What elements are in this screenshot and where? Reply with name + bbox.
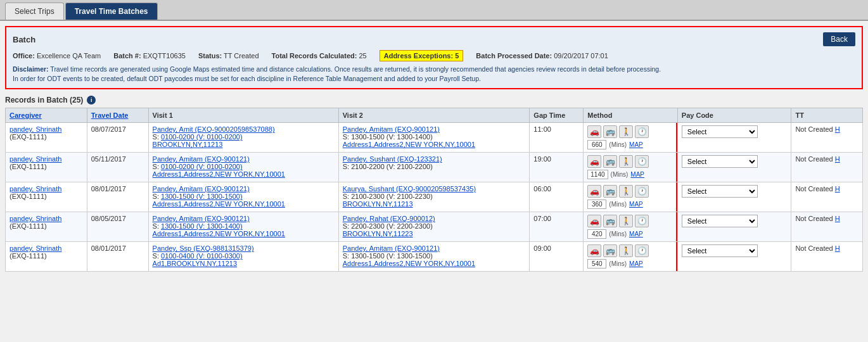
travel-date-cell: 08/01/2017 (87, 182, 148, 212)
walk-icon[interactable]: 🚶 (619, 125, 633, 138)
visit2-addr-link[interactable]: Address1,Address2,NEW YORK,NY,10001 (343, 260, 475, 267)
car-icon[interactable]: 🚗 (587, 185, 601, 198)
back-button[interactable]: Back (823, 32, 855, 46)
h-link[interactable]: H (835, 215, 840, 222)
visit2-cell: Pandey, Sushant (EXQ-123321)S: 2100-2200… (338, 153, 530, 182)
caregiver-cell: pandey, Shrinath(EXQ-1111) (6, 212, 87, 242)
col-pay-code: Pay Code (677, 108, 791, 123)
pay-code-cell: Select (677, 212, 791, 242)
map-link[interactable]: MAP (629, 201, 643, 208)
mins-box: 540 (587, 259, 606, 269)
visit2-link[interactable]: Kaurya, Sushant (EXQ-900020598537435) (343, 185, 476, 193)
batch-panel: Batch Back Office: Excellence QA Team Ba… (5, 26, 863, 89)
pay-code-cell: Select (677, 123, 791, 153)
clock-icon[interactable]: 🕐 (635, 155, 649, 168)
walk-icon[interactable]: 🚶 (619, 215, 633, 227)
h-link[interactable]: H (835, 244, 840, 252)
method-cell: 🚗 🚌 🚶 🕐 360 (Mins) MAP (584, 182, 678, 212)
visit1-cell: Pandey, Amitam (EXQ-900121)S: 0100-0200 … (148, 153, 338, 182)
car-icon[interactable]: 🚗 (587, 244, 601, 257)
bus-icon[interactable]: 🚌 (603, 244, 617, 257)
table-row: pandey, Shrinath(EXQ-1111)08/01/2017Pand… (6, 242, 863, 272)
visit1-addr-link[interactable]: Address1,Address2,NEW YORK,NY,10001 (153, 170, 285, 178)
visit1-addr-link[interactable]: Ad1,BROOKLYN,NY,11213 (153, 260, 238, 267)
map-link[interactable]: MAP (629, 141, 643, 148)
office-field: Office: Excellence QA Team (13, 52, 101, 60)
bus-icon[interactable]: 🚌 (603, 185, 617, 198)
caregiver-link[interactable]: pandey, Shrinath (10, 185, 61, 193)
visit2-addr-link[interactable]: BROOKLYN,NY,11223 (343, 230, 413, 238)
clock-icon[interactable]: 🕐 (635, 185, 649, 198)
tt-cell: Not Created H (791, 242, 863, 272)
bus-icon[interactable]: 🚌 (603, 125, 617, 138)
bus-icon[interactable]: 🚌 (603, 215, 617, 227)
visit2-addr-link[interactable]: BROOKLYN,NY,11213 (343, 200, 413, 208)
col-caregiver[interactable]: Caregiver (6, 108, 87, 123)
caregiver-id: (EXQ-1111) (10, 252, 47, 260)
clock-icon[interactable]: 🕐 (635, 215, 649, 227)
map-link[interactable]: MAP (629, 260, 643, 267)
caregiver-link[interactable]: pandey, Shrinath (10, 215, 61, 222)
tt-status: Not Created (795, 244, 833, 252)
disclaimer: Disclaimer: Travel time records are gene… (13, 65, 855, 83)
method-cell: 🚗 🚌 🚶 🕐 420 (Mins) MAP (584, 212, 678, 242)
pay-code-select[interactable]: Select (682, 155, 758, 168)
map-link[interactable]: MAP (630, 171, 644, 178)
h-link[interactable]: H (835, 155, 840, 163)
visit2-cell: Pandey, Amitam (EXQ-900121)S: 1300-1500 … (338, 242, 530, 272)
tt-status: Not Created (795, 155, 833, 163)
visit1-cell: Pandey, Amitam (EXQ-900121)S: 1300-1500 … (148, 182, 338, 212)
pay-code-select[interactable]: Select (682, 185, 758, 198)
visit1-link[interactable]: Pandey, Amitam (EXQ-900121) (153, 185, 250, 193)
caregiver-link[interactable]: pandey, Shrinath (10, 125, 61, 133)
visit1-link[interactable]: Pandey, Amitam (EXQ-900121) (153, 155, 250, 163)
visit2-link[interactable]: Pandey, Sushant (EXQ-123321) (343, 155, 442, 163)
h-link[interactable]: H (835, 125, 840, 133)
col-travel-date[interactable]: Travel Date (87, 108, 148, 123)
caregiver-link[interactable]: pandey, Shrinath (10, 244, 61, 252)
car-icon[interactable]: 🚗 (587, 215, 601, 227)
visit2-link[interactable]: Pandey, Amitam (EXQ-900121) (343, 125, 440, 133)
bus-icon[interactable]: 🚌 (603, 155, 617, 168)
visit1-addr-link[interactable]: BROOKLYN,NY,11213 (153, 141, 223, 148)
visit2-link[interactable]: Pandey, Rahat (EXQ-900012) (343, 215, 435, 222)
visit2-cell: Pandey, Rahat (EXQ-900012)S: 2200-2300 (… (338, 212, 530, 242)
visit2-addr-link[interactable]: Address1,Address2,NEW YORK,NY,10001 (343, 141, 475, 148)
map-link[interactable]: MAP (629, 231, 643, 238)
visit1-link[interactable]: Pandey, Ssp (EXQ-9881315379) (153, 244, 254, 252)
caregiver-cell: pandey, Shrinath(EXQ-1111) (6, 182, 87, 212)
visit2-link[interactable]: Pandey, Amitam (EXQ-900121) (343, 244, 440, 252)
caregiver-link[interactable]: pandey, Shrinath (10, 155, 61, 163)
walk-icon[interactable]: 🚶 (619, 244, 633, 257)
caregiver-id: (EXQ-1111) (10, 133, 47, 141)
pay-code-cell: Select (677, 242, 791, 272)
records-header-text: Records in Batch (25) (5, 96, 83, 104)
tt-status: Not Created (795, 185, 833, 193)
pay-code-select[interactable]: Select (682, 125, 758, 138)
tt-cell: Not Created H (791, 123, 863, 153)
tab-travel-time-batches[interactable]: Travel Time Batches (65, 3, 158, 20)
col-visit2: Visit 2 (338, 108, 530, 123)
clock-icon[interactable]: 🕐 (635, 125, 649, 138)
table-row: pandey, Shrinath(EXQ-1111)08/07/2017Pand… (6, 123, 863, 153)
visit1-addr-link[interactable]: Address1,Address2,NEW YORK,NY,10001 (153, 200, 285, 208)
h-link[interactable]: H (835, 185, 840, 193)
method-cell: 🚗 🚌 🚶 🕐 660 (Mins) MAP (584, 123, 678, 153)
col-gap-time: Gap Time (530, 108, 584, 123)
tab-select-trips[interactable]: Select Trips (5, 3, 64, 20)
visit1-addr-link[interactable]: Address1,Address2,NEW YORK,NY,10001 (153, 230, 285, 238)
walk-icon[interactable]: 🚶 (619, 155, 633, 168)
clock-icon[interactable]: 🕐 (635, 244, 649, 257)
pay-code-select[interactable]: Select (682, 244, 758, 257)
car-icon[interactable]: 🚗 (587, 155, 601, 168)
car-icon[interactable]: 🚗 (587, 125, 601, 138)
mins-box: 1140 (587, 170, 608, 179)
visit1-link[interactable]: Pandey, Amit (EXQ-900020598537088) (153, 125, 275, 133)
total-records-field: Total Records Calculated: 25 (272, 52, 367, 60)
visit1-link[interactable]: Pandey, Amitam (EXQ-900121) (153, 215, 250, 222)
mins-label: (Mins) (609, 141, 627, 148)
pay-code-select[interactable]: Select (682, 215, 758, 227)
records-section: Records in Batch (25) i Caregiver Travel… (5, 96, 863, 272)
walk-icon[interactable]: 🚶 (619, 185, 633, 198)
caregiver-id: (EXQ-1111) (10, 193, 47, 200)
